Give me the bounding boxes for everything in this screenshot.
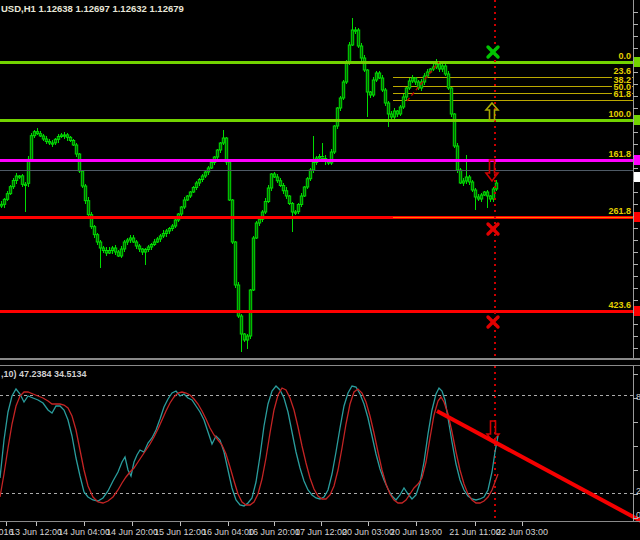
price-marker	[634, 212, 640, 222]
oscillator-scale-label: 8	[636, 392, 640, 402]
fib-level-label: 161.8	[607, 150, 632, 158]
price-chart-canvas[interactable]	[0, 0, 640, 540]
fib-level-label: 0.0	[617, 52, 632, 60]
oscillator-scale-label: 2	[636, 486, 640, 496]
fib-level-label: 423.6	[607, 301, 632, 309]
price-marker	[634, 57, 640, 67]
time-axis-label: 16 Jun 04:00	[202, 527, 254, 537]
fib-retracement-lines[interactable]	[393, 78, 633, 101]
time-axis-label: 17 Jun 12:00	[295, 527, 347, 537]
chart-title: USD,H1 1.12638 1.12697 1.12632 1.12679	[1, 3, 184, 14]
oscillator-scale-label: 0	[636, 510, 640, 520]
time-axis-label: 14 Jun 04:00	[58, 527, 110, 537]
time-axis-label: 16 Jun 20:00	[248, 527, 300, 537]
candlesticks	[0, 18, 497, 352]
fib-level-label: 61.8	[612, 90, 632, 98]
time-axis-label: 20 Jun 03:00	[342, 527, 394, 537]
price-axis[interactable]	[633, 0, 640, 521]
mt4-chart-window: USD,H1 1.12638 1.12697 1.12632 1.12679 ,…	[0, 0, 640, 540]
down-trendline[interactable]	[437, 411, 640, 521]
oscillator-main-line	[0, 386, 498, 506]
signal-symbols[interactable]	[486, 47, 499, 442]
stochastic-oscillator	[0, 386, 640, 521]
horizontal-level-lines[interactable]	[0, 63, 633, 312]
indicator-label: ,10) 47.2384 34.5134	[1, 369, 87, 379]
time-axis-label: 15 Jun 12:00	[154, 527, 206, 537]
time-axis-label: 13 Jun 12:00	[10, 527, 62, 537]
fib-level-label: 261.8	[607, 207, 632, 215]
time-axis-separator	[0, 521, 640, 522]
price-marker	[634, 306, 640, 316]
indicator-panel-separator[interactable]	[0, 358, 640, 366]
price-marker	[634, 155, 640, 165]
fib-level-label: 100.0	[607, 110, 632, 118]
oscillator-signal-line	[0, 388, 498, 505]
time-axis-label: 22 Jun 03:00	[496, 527, 548, 537]
price-marker	[634, 115, 640, 125]
price-marker	[634, 172, 640, 182]
time-axis-label: 14 Jun 20:00	[106, 527, 158, 537]
arrow-up-icon	[486, 103, 498, 120]
time-axis-label: 21 Jun 11:00	[449, 527, 500, 537]
time-axis-label: 20 Jun 19:00	[390, 527, 442, 537]
fib-level-label: 23.6	[612, 67, 632, 75]
